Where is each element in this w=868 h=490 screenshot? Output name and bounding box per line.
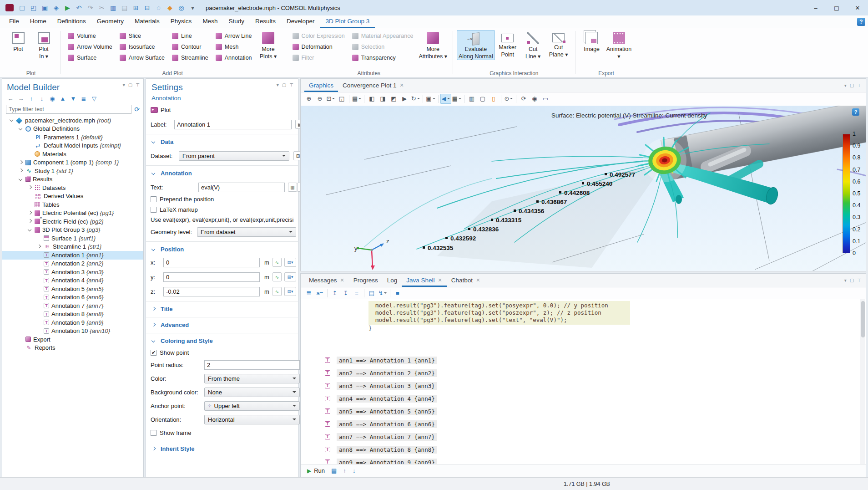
mesh-button[interactable]: Mesh: [214, 42, 253, 51]
tree-item-annotation-6[interactable]: TAnnotation 6{ann6}: [2, 293, 143, 302]
range-button[interactable]: ∿: [273, 272, 282, 281]
rotate-icon[interactable]: ↻: [410, 94, 421, 104]
graphics-tab-convergence-plot-1[interactable]: Convergence Plot 1✕: [338, 79, 409, 92]
show-frame-checkbox[interactable]: [151, 430, 156, 436]
more-commands-icon[interactable]: ▾: [187, 2, 198, 13]
evaluate-along-normal-button[interactable]: EvaluateAlong Normal: [457, 30, 495, 60]
help-icon[interactable]: ?: [857, 18, 865, 26]
scroll-bottom-icon[interactable]: ↧: [340, 288, 351, 298]
open-icon[interactable]: ◰: [28, 2, 39, 13]
history-icon[interactable]: ≡: [351, 288, 362, 298]
panel-pin-icon[interactable]: ⊤: [136, 82, 140, 87]
plot-button[interactable]: Plot: [5, 30, 31, 53]
snapshot-icon[interactable]: ◉: [529, 94, 540, 104]
redo-icon[interactable]: ↷: [85, 2, 96, 13]
shell-tab-log[interactable]: Log: [383, 274, 402, 287]
more-attributes-button[interactable]: MoreAttributes ▾: [417, 30, 449, 60]
tree-item-results[interactable]: Results: [2, 175, 143, 184]
select-box-icon[interactable]: ◌: [153, 2, 164, 13]
annotation-section-header[interactable]: Annotation: [151, 170, 293, 177]
dataset-select[interactable]: From parent: [179, 151, 289, 161]
tree-item-surface-1[interactable]: Surface 1{surf1}: [2, 234, 143, 243]
tree-item-export[interactable]: Export: [2, 335, 143, 344]
move-down-icon[interactable]: ↓: [38, 95, 45, 102]
tree-item-annotation-1[interactable]: TAnnotation 1{ann1}: [2, 251, 143, 260]
evaluate-normal-toggle-icon[interactable]: ◀: [440, 94, 451, 104]
maximize-button[interactable]: ▢: [826, 0, 847, 15]
annotation-text-input[interactable]: eval(V): [198, 183, 285, 192]
expression-menu-button[interactable]: ▤▾: [284, 272, 296, 281]
background-color-select[interactable]: None: [204, 388, 300, 397]
ribbon-tab-results[interactable]: Results: [250, 15, 281, 28]
expression-menu-button[interactable]: ▤▾: [284, 258, 296, 267]
run-button[interactable]: ▶ Run: [307, 467, 325, 474]
plot-in-button[interactable]: PlotIn ▾: [31, 30, 56, 60]
tree-item-annotation-4[interactable]: TAnnotation 4{ann4}: [2, 276, 143, 285]
run-icon[interactable]: ▶: [62, 2, 73, 13]
cut-icon[interactable]: ✂: [96, 2, 107, 13]
graphics-tab-graphics[interactable]: Graphics: [304, 79, 338, 92]
node-view-icon[interactable]: ≣: [80, 95, 87, 102]
cut-plane-button[interactable]: CutPlane ▾: [546, 30, 571, 58]
update-icon[interactable]: ⟳: [518, 94, 529, 104]
advanced-section-header[interactable]: Advanced: [151, 322, 293, 328]
tree-item-electric-field-ec-[interactable]: Electric Field (ec){pg2}: [2, 217, 143, 226]
tree-item-study-1[interactable]: ∿Study 1{std 1}: [2, 167, 143, 175]
zoom-box-icon[interactable]: ⊡: [325, 94, 336, 104]
ribbon-tab-geometry[interactable]: Geometry: [91, 15, 129, 28]
shell-tab-progress[interactable]: Progress: [349, 274, 383, 287]
tree-item-annotation-10[interactable]: TAnnotation 10{ann10}: [2, 327, 143, 336]
legend-settings-icon[interactable]: ?: [852, 108, 859, 116]
contour-button[interactable]: Contour: [171, 42, 210, 51]
minimize-button[interactable]: –: [805, 0, 826, 15]
annotation-button[interactable]: Annotation: [214, 53, 253, 62]
tree-item-reports[interactable]: ✎Reports: [2, 344, 143, 352]
volume-button[interactable]: Volume: [66, 31, 114, 40]
show-icon[interactable]: ◉: [49, 95, 56, 102]
move-up-icon[interactable]: ↑: [28, 95, 35, 102]
animate-icon[interactable]: ▶: [399, 94, 410, 104]
tree-filter-input[interactable]: [6, 105, 131, 114]
plot-button[interactable]: Plot: [151, 106, 293, 114]
tree-item-annotation-8[interactable]: TAnnotation 8{ann8}: [2, 310, 143, 319]
scroll-top-icon[interactable]: ↥: [329, 288, 340, 298]
new-file-icon[interactable]: ▢: [16, 2, 28, 13]
forward-icon[interactable]: →: [17, 95, 25, 102]
shell-tab-messages[interactable]: Messages✕: [304, 274, 349, 287]
stop-icon[interactable]: ■: [392, 288, 403, 298]
image-button[interactable]: Image: [579, 30, 605, 53]
print-icon[interactable]: ▭: [540, 94, 551, 104]
paste-icon[interactable]: ▤: [119, 2, 130, 13]
tree-item-annotation-5[interactable]: TAnnotation 5{ann5}: [2, 285, 143, 293]
tree-item-3d-plot-group-3[interactable]: 3D Plot Group 3{pg3}: [2, 226, 143, 235]
graphics-canvas[interactable]: Surface: Electric potential (V) Streamli…: [301, 106, 866, 271]
ribbon-tab-study[interactable]: Study: [223, 15, 250, 28]
inherit-style-section-header[interactable]: Inherit Style: [151, 445, 293, 452]
position-y-input[interactable]: 0: [163, 272, 260, 282]
clip-plane-icon[interactable]: ▯: [488, 94, 499, 104]
panel-pin-icon[interactable]: ⊤: [289, 82, 293, 87]
find-icon[interactable]: ◎: [176, 2, 187, 13]
geometry-level-select[interactable]: From dataset: [197, 227, 296, 237]
color-select[interactable]: From theme: [204, 374, 300, 383]
point-radius-input[interactable]: 2: [204, 360, 300, 370]
orientation-select[interactable]: Horizontal: [204, 415, 300, 424]
surface-button[interactable]: Surface: [66, 53, 114, 62]
back-icon[interactable]: ←: [7, 95, 14, 102]
ribbon-tab-mesh[interactable]: Mesh: [197, 15, 223, 28]
ribbon-tab-home[interactable]: Home: [25, 15, 52, 28]
isosurface-button[interactable]: Isosurface: [118, 42, 166, 51]
tree-item-annotation-2[interactable]: TAnnotation 2{ann2}: [2, 260, 143, 268]
position-z-input[interactable]: -0.02: [163, 287, 260, 296]
tree-item-annotation-9[interactable]: TAnnotation 9{ann9}: [2, 318, 143, 327]
undo-icon[interactable]: ↶: [73, 2, 85, 13]
arrow-surface-button[interactable]: Arrow Surface: [118, 53, 166, 62]
transparency-button[interactable]: Transparency: [351, 53, 415, 62]
tree-item-component-1-comp-1-[interactable]: Component 1 (comp 1){comp 1}: [2, 158, 143, 167]
panel-menu-icon[interactable]: ▾: [123, 82, 125, 87]
text-expression-button[interactable]: ▥: [288, 183, 297, 192]
deformation-button[interactable]: Deformation: [291, 42, 346, 51]
variables-icon[interactable]: a=: [314, 288, 325, 298]
ribbon-tab-definitions[interactable]: Definitions: [52, 15, 91, 28]
arrow-line-button[interactable]: Arrow Line: [214, 31, 253, 40]
